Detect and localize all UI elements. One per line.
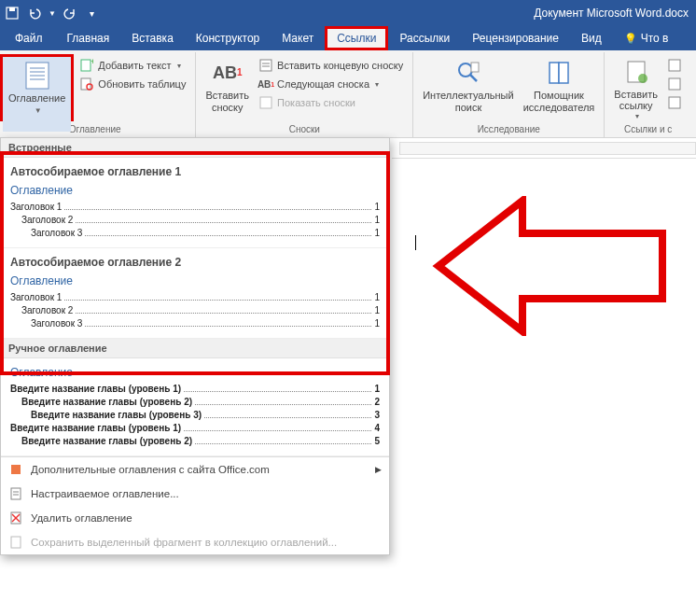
caret-icon: ▾ [177,62,181,70]
toc-entry: Заголовок 11 [10,291,380,304]
svg-rect-11 [260,60,271,71]
annotation-arrow [429,196,672,336]
svg-rect-1 [9,7,15,11]
tab-file[interactable]: Файл [2,26,56,50]
svg-text:+: + [90,59,93,66]
entry-page: 1 [374,291,380,304]
svg-rect-17 [471,63,479,72]
group-research: Интеллектуальный поиск Помощник исследов… [413,52,605,137]
entry-page: 1 [374,383,380,396]
toc-gallery: Встроенные Автособираемое оглавление 1 О… [0,137,390,555]
citation-icon [621,58,651,87]
toc-entry: Заголовок 31 [10,227,380,240]
ruler-track [399,142,696,155]
toc-highlight: Оглавление ▼ [0,54,74,121]
office-icon [8,462,23,477]
footnotes-group-label: Сноски [202,124,407,135]
toc-entry: Введите название главы (уровень 1)1 [10,383,380,396]
entry-label: Введите название главы (уровень 2) [21,435,192,448]
svg-rect-18 [550,63,559,83]
svg-rect-7 [81,60,90,71]
show-notes-icon [258,95,273,110]
more-office-label: Дополнительные оглавления с сайта Office… [31,464,270,475]
save-selection-button: Сохранить выделенный фрагмент в коллекци… [1,530,389,554]
insert-citation-label: Вставить ссылку [614,89,658,112]
tab-tell-me[interactable]: 💡 Что в [613,26,680,50]
tab-mailings[interactable]: Рассылки [388,26,461,50]
undo-icon[interactable] [26,5,43,21]
svg-rect-19 [559,63,568,83]
entry-page: 2 [374,396,380,409]
tab-review[interactable]: Рецензирование [461,26,570,50]
entry-label: Введите название главы (уровень 1) [10,383,181,396]
lightbulb-icon: 💡 [624,33,637,45]
add-text-button[interactable]: + Добавить текст ▾ [76,56,189,75]
toc-button[interactable]: Оглавление ▼ [3,57,71,132]
entry-page: 1 [374,317,380,330]
insert-footnote-button[interactable]: AB1 Вставить сноску [202,54,253,121]
add-text-icon: + [79,58,94,73]
entry-page: 4 [374,422,380,435]
update-table-label: Обновить таблицу [98,78,186,90]
gallery-item-auto2[interactable]: Автособираемое оглавление 2 Оглавление З… [1,248,389,339]
qat-customize-icon[interactable]: ▾ [84,5,101,21]
tab-view[interactable]: Вид [570,26,613,50]
toc-entry: Заголовок 21 [10,214,380,227]
tab-insert[interactable]: Вставка [120,26,185,50]
entry-label: Заголовок 2 [21,214,73,227]
researcher-label: Помощник исследователя [523,90,595,113]
group-toc: Оглавление ▼ + Добавить текст ▾ Обновить [0,52,196,137]
entry-label: Заголовок 1 [10,291,62,304]
tab-layout[interactable]: Макет [271,26,325,50]
entry-label: Введите название главы (уровень 1) [10,422,181,435]
style-button[interactable] [663,75,686,93]
gallery-item-manual[interactable]: Оглавление Введите название главы (урове… [1,358,389,456]
save-selection-icon [8,535,23,550]
save-selection-label: Сохранить выделенный фрагмент в коллекци… [31,537,337,548]
toc-entry: Заголовок 21 [10,304,380,317]
insert-footnote-label: Вставить сноску [205,90,249,113]
remove-toc-button[interactable]: Удалить оглавление [1,506,389,530]
smart-lookup-label: Интеллектуальный поиск [423,90,513,113]
group-citations: Вставить ссылку ▾ [605,52,691,137]
ruler[interactable] [392,138,696,159]
entry-page: 1 [374,214,380,227]
undo-caret-icon[interactable]: ▼ [49,9,56,18]
next-footnote-button[interactable]: AB1 Следующая сноска ▾ [255,75,407,93]
biblio-icon [667,95,682,110]
entry-page: 3 [374,409,380,422]
researcher-button[interactable]: Помощник исследователя [520,54,599,121]
svg-point-15 [459,63,472,77]
toc-entry: Введите название главы (уровень 1)4 [10,422,380,435]
tab-home[interactable]: Главная [56,26,121,50]
show-notes-label: Показать сноски [277,97,355,108]
manage-sources-button[interactable] [663,56,686,75]
more-office-button[interactable]: Дополнительные оглавления с сайта Office… [1,457,389,482]
toc-entry: Введите название главы (уровень 2)5 [10,435,380,448]
caret-icon: ▾ [375,80,379,89]
toc-entry: Заголовок 31 [10,317,380,330]
smart-lookup-button[interactable]: Интеллектуальный поиск [419,54,517,121]
update-table-button[interactable]: Обновить таблицу [76,75,189,93]
biblio-button[interactable] [663,93,686,112]
tab-design[interactable]: Конструктор [185,26,271,50]
tab-references[interactable]: Ссылки [325,26,388,50]
custom-toc-icon [8,486,23,501]
auto2-heading: Оглавление [10,274,380,287]
save-icon[interactable] [4,5,21,21]
insert-endnote-button[interactable]: Вставить концевую сноску [255,56,407,75]
update-icon [79,77,94,91]
insert-citation-button[interactable]: Вставить ссылку ▾ [610,54,661,121]
redo-icon[interactable] [62,5,78,21]
toc-entry: Заголовок 11 [10,201,380,214]
toc-icon [22,61,52,91]
document-title: Документ Microsoft Word.docx [534,7,689,20]
tell-me-label: Что в [641,32,669,45]
custom-toc-button[interactable]: Настраиваемое оглавление... [1,482,389,506]
entry-page: 1 [374,227,380,240]
chevron-right-icon: ▶ [375,465,382,474]
gallery-item-auto1[interactable]: Автособираемое оглавление 1 Оглавление З… [1,158,389,248]
gallery-manual-header: Ручное оглавление [1,339,389,358]
toc-caret-icon: ▼ [35,106,42,115]
group-footnotes: AB1 Вставить сноску Вставить концевую сн… [196,52,413,137]
